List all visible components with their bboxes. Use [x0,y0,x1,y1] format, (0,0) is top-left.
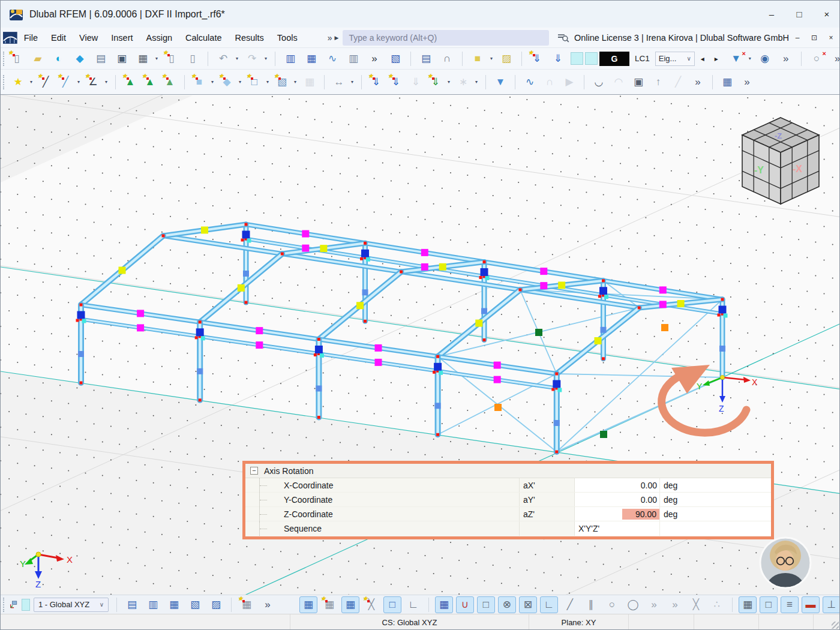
menu-run-icon[interactable]: ▶ [334,35,341,41]
filter-loads-dropdown-icon[interactable]: ▾ [747,56,753,61]
console-icon[interactable]: » [365,50,383,67]
table-tools-icon[interactable]: ▦ [719,74,736,91]
select-surface-icon[interactable]: ■ [469,50,487,67]
transfer-loads-icon[interactable]: ⇓★ [528,50,546,67]
new-node-dropdown-icon[interactable]: ▾ [28,79,34,85]
visibility-grid-icon[interactable]: ▦ [299,596,317,613]
new-block-dropdown-icon[interactable]: ▾ [292,79,298,85]
license-search-icon[interactable] [557,32,569,43]
support-chat-icon[interactable]: ∩ [438,50,456,67]
loadcase-color-swatch-1[interactable] [571,52,583,65]
more-tools-icon[interactable]: » [777,50,795,67]
more-insert-icon[interactable]: » [689,74,706,91]
maximize-button[interactable]: □ [785,1,813,28]
result-frame-icon[interactable]: ∩ [541,74,558,91]
toolbar-grip[interactable] [3,52,4,66]
display-grid-icon[interactable]: ▦ [739,596,757,613]
solid-results-icon[interactable]: ▣ [630,74,647,91]
load-imperfection-icon[interactable]: ⇓★ [427,74,444,91]
display-section-icon[interactable]: ▬ [802,596,820,613]
visibility-objects-icon[interactable]: ▦ [341,596,359,613]
resize-grip[interactable] [814,614,840,630]
guide-cross-icon[interactable]: ╳ [687,596,705,613]
new-visibility-star-icon[interactable]: ▦★ [238,596,256,613]
loadcase-prev-button[interactable]: ◂ [697,52,709,66]
titlebar[interactable]: Dlubal RFEM | 6.09.0006 | DXF II Import_… [1,1,840,28]
moment-diagram-icon[interactable]: ◡ [590,74,607,91]
mdi-restore-button[interactable]: ⊡ [806,31,823,45]
result-diagram-icon[interactable]: ∿ [521,74,538,91]
load-imperfection-dropdown-icon[interactable]: ▾ [446,79,452,85]
guide-offset-icon[interactable]: » [645,596,663,613]
support-line-icon[interactable]: ▲★ [142,74,158,91]
menu-results[interactable]: Results [228,28,270,47]
display-pin-icon[interactable]: ⊥ [823,596,840,613]
menu-insert[interactable]: Insert [104,28,139,47]
new-polyline-icon[interactable]: ∠★ [85,74,101,91]
new-solid-icon[interactable]: ◆★ [218,74,235,91]
more-tools-2-icon[interactable]: » [829,50,840,67]
section-boxes-icon[interactable]: ▦ [301,74,318,91]
add-comment-icon[interactable]: ▨ [497,50,515,67]
open-model-icon[interactable]: ▰ [29,50,47,67]
control-panel-icon[interactable]: ▤ [417,50,435,67]
display-visibility-icon[interactable]: ◉ [756,50,774,67]
view-rotate-icon[interactable]: ▧ [186,596,204,613]
undo-icon[interactable]: ↶ [214,50,232,67]
cs-color-swatch[interactable] [22,599,30,611]
toolbar-grip-3[interactable] [3,598,5,612]
new-model-icon[interactable]: ▯★ [8,50,26,67]
guide-bisect-icon[interactable]: » [666,596,684,613]
search-input[interactable]: Type a keyword (Alt+Q) [343,30,549,46]
select-surface-dropdown-icon[interactable]: ▾ [488,56,494,61]
menu-file[interactable]: File [17,28,44,47]
row-value-field[interactable]: 0.00 [574,493,659,506]
dimension-icon[interactable]: ↔ [331,74,347,91]
loadcase-type-button[interactable]: G [599,52,629,66]
more-views-icon[interactable]: » [259,596,277,613]
deformation-figure-icon[interactable]: ↑ [650,74,667,91]
collapse-icon[interactable]: − [250,467,258,475]
snap-angle-icon[interactable]: ∟ [540,596,558,613]
snap-grid-icon[interactable]: ▦ [435,596,453,613]
new-line-icon[interactable]: ╱★ [37,74,54,91]
minimize-button[interactable]: – [758,1,785,28]
work-plane-icon[interactable]: ∟ [404,596,422,613]
loadcase-next-button[interactable]: ▸ [710,52,722,66]
new-opening-icon[interactable]: □★ [246,74,263,91]
snap-circle-icon[interactable]: ⊗ [498,596,516,613]
view-fit-icon[interactable]: ▨ [207,596,225,613]
view-top-icon[interactable]: ▥ [144,596,162,613]
new-visibility-icon[interactable]: ▦★ [320,596,338,613]
license-info[interactable]: Online License 3 | Irena Kirova | Dlubal… [574,33,789,43]
coordinate-system-select[interactable]: 1 - Global XYZ ∨ [34,598,109,612]
new-member-icon[interactable]: ╱★ [57,74,74,91]
print-dropdown-icon[interactable]: ▾ [154,56,160,61]
menu-assign[interactable]: Assign [140,28,179,47]
loadcase-combobox[interactable]: Eig...∨ [655,52,695,66]
mdi-close-button[interactable]: × [823,31,839,45]
mdi-minimize-button[interactable]: – [789,31,806,45]
new-surface-icon[interactable]: ■★ [191,74,208,91]
new-selection-icon[interactable]: ╳★ [362,596,380,613]
cancel-zoom-icon[interactable]: ○× [808,50,826,67]
smooth-results-icon[interactable]: ╱ [670,74,686,91]
new-solid-dropdown-icon[interactable]: ▾ [237,79,243,85]
new-table-icon[interactable]: ▯★ [163,50,181,67]
row-value-field[interactable]: 0.00 [574,478,659,492]
project-navigator-icon[interactable]: ▤ [92,50,110,67]
script-editor-icon[interactable]: ▧ [386,50,404,67]
load-surface-icon[interactable]: ⇓ [407,74,424,91]
toolbar-grip-2[interactable] [3,75,6,89]
duplicate-icon[interactable]: ▯ [184,50,202,67]
new-opening-dropdown-icon[interactable]: ▾ [265,79,271,85]
save-icon[interactable]: ▣ [113,50,131,67]
model-viewport[interactable]: XYZ-Y-X-ZXYZ − Axis Rotation X-Coordinat… [1,94,840,595]
snap-cross-icon[interactable]: ⊠ [519,596,537,613]
load-generator-dropdown-icon[interactable]: ▾ [473,79,479,85]
result-animation-icon[interactable]: ▶ [561,74,578,91]
menu-overflow-button[interactable]: » [326,33,334,43]
sync-model-icon[interactable]: ◐ [50,50,68,67]
new-block-icon[interactable]: ▧★ [274,74,290,91]
menu-view[interactable]: View [73,28,104,47]
